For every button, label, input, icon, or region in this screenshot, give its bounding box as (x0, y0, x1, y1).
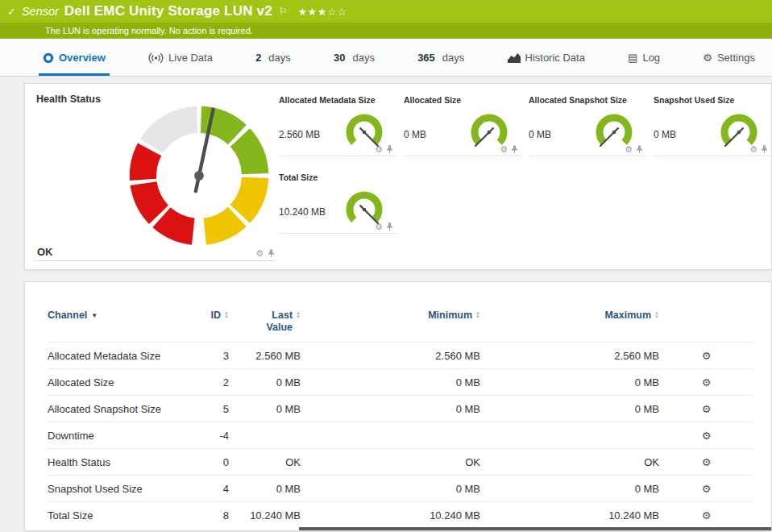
gauge-label: Allocated Size (404, 94, 522, 105)
tab-overview[interactable]: Overview (39, 52, 110, 76)
log-icon: ▤ (628, 52, 637, 63)
channel-last-value: 0 MB (229, 396, 301, 422)
column-header-maximum[interactable]: Maximum▲▼ (480, 305, 659, 343)
channel-settings-icon[interactable]: ⚙ (702, 350, 712, 362)
health-footer: OK ⚙ (33, 246, 275, 261)
star-rating[interactable]: ★★★☆☆ (298, 6, 347, 18)
pin-icon[interactable] (386, 222, 393, 231)
column-header-channel[interactable]: Channel▼ (48, 305, 176, 343)
stars-filled: ★★★ (298, 6, 328, 18)
table-row: Allocated Size 2 0 MB 0 MB 0 MB ⚙ (48, 369, 753, 396)
channel-minimum: 0 MB (301, 476, 480, 502)
main-content: Health Status OK ⚙ (0, 77, 772, 531)
table-row: Downtime -4 ⚙ (48, 422, 753, 449)
tab-2-days[interactable]: 2days (251, 52, 295, 76)
gear-icon[interactable]: ⚙ (749, 145, 757, 154)
channel-settings-icon[interactable]: ⚙ (702, 483, 712, 495)
gauge-label: Allocated Snapshot Size (529, 94, 647, 105)
stars-empty: ☆☆ (327, 6, 347, 18)
overview-ring-icon (43, 52, 54, 64)
channel-id: 0 (176, 449, 229, 476)
tab-historic-data[interactable]: Historic Data (504, 52, 589, 76)
pin-icon[interactable] (386, 145, 393, 154)
gauge-value: 0 MB (529, 129, 551, 140)
table-row: Allocated Snapshot Size 5 0 MB 0 MB 0 MB… (48, 396, 753, 422)
gauge-label: Snapshot Used Size (654, 94, 772, 105)
health-status-gauge (120, 97, 278, 255)
gauge-snapshot-used-size: Snapshot Used Size 0 MB ⚙ (654, 94, 772, 156)
sort-icon: ▲▼ (224, 311, 229, 318)
channel-id: 4 (176, 476, 229, 502)
page-title: Dell EMC Unity Storage LUN v2 (64, 3, 272, 19)
channel-name: Snapshot Used Size (48, 476, 176, 502)
sort-icon: ▲▼ (296, 311, 301, 318)
table-row: Allocated Metadata Size 3 2.560 MB 2.560… (48, 343, 753, 369)
mini-gauge-grid: Allocated Metadata Size 2.560 MB ⚙ (279, 94, 772, 234)
channel-settings-icon[interactable]: ⚙ (702, 456, 712, 468)
gauge-value: 0 MB (404, 129, 426, 140)
channel-minimum: 0 MB (301, 369, 480, 396)
channel-minimum: 10.240 MB (301, 502, 480, 529)
channels-card: Channel▼ ID▲▼ Last Value▲▼ Minimum▲▼ Max… (24, 281, 772, 531)
column-header-minimum[interactable]: Minimum▲▼ (301, 305, 480, 343)
channel-id: 5 (176, 396, 229, 422)
gauge-label: Total Size (279, 171, 397, 182)
channel-last-value: 0 MB (229, 476, 301, 502)
priority-flag-icon[interactable]: ⚐ (279, 6, 288, 17)
channel-last-value: 2.560 MB (229, 343, 301, 369)
gauge-allocated-metadata-size: Allocated Metadata Size 2.560 MB ⚙ (279, 94, 397, 156)
channel-minimum (301, 422, 480, 449)
health-gauge-title: Health Status (36, 94, 101, 105)
channel-settings-icon[interactable]: ⚙ (702, 509, 712, 522)
pin-icon[interactable] (636, 145, 643, 154)
object-kind-label: Sensor (22, 5, 59, 18)
tab-live-data[interactable]: Live Data (144, 52, 217, 76)
gear-icon[interactable]: ⚙ (500, 145, 508, 154)
tab-30-days[interactable]: 30days (330, 52, 379, 76)
gauge-total-size: Total Size 10.240 MB ⚙ (279, 171, 397, 234)
sensor-page: ✓ Sensor Dell EMC Unity Storage LUN v2 ⚐… (0, 0, 772, 532)
gauge-label: Allocated Metadata Size (279, 94, 397, 105)
horizontal-scrollbar[interactable] (299, 527, 771, 530)
tab-365-days[interactable]: 365days (413, 52, 468, 76)
channel-settings-icon[interactable]: ⚙ (702, 403, 712, 415)
sort-icon: ▲▼ (654, 311, 659, 318)
channel-name: Allocated Metadata Size (48, 343, 176, 369)
column-header-id[interactable]: ID▲▼ (176, 305, 229, 343)
gear-icon[interactable]: ⚙ (625, 145, 633, 154)
column-header-last-value[interactable]: Last Value▲▼ (229, 305, 301, 343)
tab-bar: Overview Live Data 2days 30days 365days … (0, 39, 772, 77)
column-header-actions (659, 305, 753, 343)
tab-settings[interactable]: ⚙ Settings (699, 52, 759, 76)
channel-name: Health Status (48, 449, 176, 476)
channel-settings-icon[interactable]: ⚙ (702, 430, 712, 442)
channel-minimum: 0 MB (301, 396, 480, 422)
pin-icon[interactable] (761, 145, 768, 154)
pin-icon[interactable] (268, 249, 275, 258)
gear-icon[interactable]: ⚙ (375, 145, 383, 154)
channel-minimum: OK (301, 449, 480, 476)
gauges-card: Health Status OK ⚙ (24, 83, 772, 270)
historic-data-icon (508, 53, 521, 63)
tab-log[interactable]: ▤ Log (624, 52, 664, 76)
channel-last-value: 0 MB (229, 369, 301, 396)
status-message: The LUN is operating normally. No action… (45, 26, 253, 35)
table-row: Total Size 8 10.240 MB 10.240 MB 10.240 … (48, 502, 753, 529)
gear-icon[interactable]: ⚙ (255, 249, 264, 258)
channel-last-value (229, 422, 301, 449)
gauge-value: 10.240 MB (279, 206, 326, 218)
sensor-status-band: The LUN is operating normally. No action… (0, 23, 772, 39)
settings-gear-icon: ⚙ (703, 52, 712, 63)
channel-name: Downtime (48, 422, 176, 449)
sensor-header: ✓ Sensor Dell EMC Unity Storage LUN v2 ⚐… (0, 0, 772, 23)
channel-maximum: 0 MB (480, 369, 659, 396)
channel-settings-icon[interactable]: ⚙ (702, 376, 712, 389)
channel-name: Allocated Snapshot Size (48, 396, 176, 422)
channel-maximum: 0 MB (480, 476, 659, 502)
pin-icon[interactable] (511, 145, 518, 154)
gauge-allocated-size: Allocated Size 0 MB ⚙ (404, 94, 522, 156)
gear-icon[interactable]: ⚙ (375, 222, 383, 231)
gauge-allocated-snapshot-size: Allocated Snapshot Size 0 MB ⚙ (529, 94, 647, 156)
table-row: Health Status 0 OK OK OK ⚙ (48, 449, 753, 476)
status-check-icon: ✓ (7, 6, 16, 18)
